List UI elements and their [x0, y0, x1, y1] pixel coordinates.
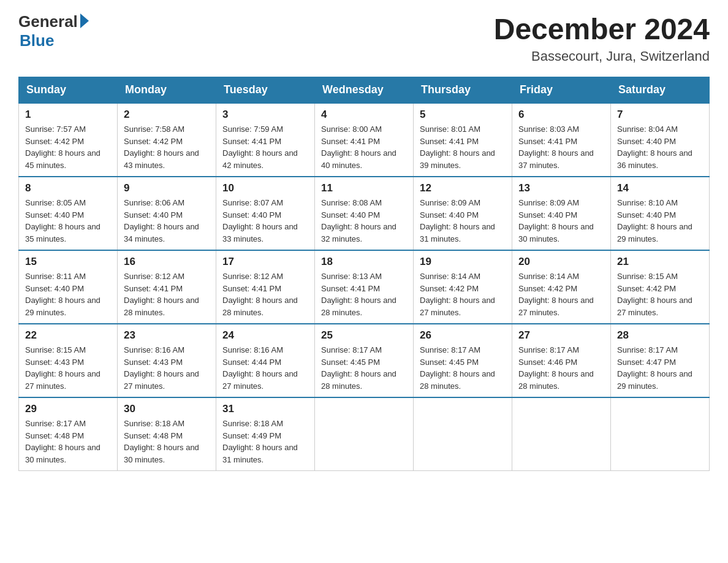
day-number: 29 — [25, 403, 111, 415]
table-cell: 19 Sunrise: 8:14 AMSunset: 4:42 PMDaylig… — [414, 250, 512, 324]
day-info: Sunrise: 7:57 AMSunset: 4:42 PMDaylight:… — [25, 123, 111, 171]
day-info: Sunrise: 8:12 AMSunset: 4:41 PMDaylight:… — [124, 270, 210, 318]
table-cell: 25 Sunrise: 8:17 AMSunset: 4:45 PMDaylig… — [315, 324, 414, 397]
week-row-2: 8 Sunrise: 8:05 AMSunset: 4:40 PMDayligh… — [19, 177, 710, 250]
table-cell: 10 Sunrise: 8:07 AMSunset: 4:40 PMDaylig… — [216, 177, 315, 250]
day-number: 3 — [222, 109, 308, 121]
day-info: Sunrise: 8:09 AMSunset: 4:40 PMDaylight:… — [518, 197, 604, 245]
table-cell: 11 Sunrise: 8:08 AMSunset: 4:40 PMDaylig… — [315, 177, 414, 250]
logo-arrow-icon — [80, 13, 89, 28]
day-info: Sunrise: 7:59 AMSunset: 4:41 PMDaylight:… — [222, 123, 308, 171]
day-info: Sunrise: 8:16 AMSunset: 4:44 PMDaylight:… — [222, 344, 308, 392]
day-number: 1 — [25, 109, 111, 121]
day-number: 24 — [222, 329, 308, 342]
table-cell: 3 Sunrise: 7:59 AMSunset: 4:41 PMDayligh… — [216, 103, 315, 177]
week-row-1: 1 Sunrise: 7:57 AMSunset: 4:42 PMDayligh… — [19, 103, 710, 177]
day-number: 25 — [321, 329, 407, 342]
header-sunday: Sunday — [19, 77, 118, 104]
header-friday: Friday — [512, 77, 611, 104]
header-tuesday: Tuesday — [216, 77, 315, 104]
table-cell — [315, 397, 414, 471]
month-title: December 2024 — [494, 12, 710, 46]
day-info: Sunrise: 8:00 AMSunset: 4:41 PMDaylight:… — [321, 123, 407, 171]
day-info: Sunrise: 8:06 AMSunset: 4:40 PMDaylight:… — [124, 197, 210, 245]
day-info: Sunrise: 8:18 AMSunset: 4:48 PMDaylight:… — [124, 418, 210, 465]
table-cell: 13 Sunrise: 8:09 AMSunset: 4:40 PMDaylig… — [512, 177, 611, 250]
day-number: 12 — [420, 182, 506, 194]
title-section: December 2024 Bassecourt, Jura, Switzerl… — [494, 12, 710, 64]
logo-general-text: General — [18, 12, 78, 31]
day-number: 21 — [617, 256, 703, 268]
table-cell: 26 Sunrise: 8:17 AMSunset: 4:45 PMDaylig… — [414, 324, 512, 397]
day-info: Sunrise: 8:09 AMSunset: 4:40 PMDaylight:… — [420, 197, 506, 245]
day-number: 13 — [518, 182, 604, 194]
table-cell: 23 Sunrise: 8:16 AMSunset: 4:43 PMDaylig… — [118, 324, 216, 397]
table-cell: 9 Sunrise: 8:06 AMSunset: 4:40 PMDayligh… — [118, 177, 216, 250]
day-info: Sunrise: 8:16 AMSunset: 4:43 PMDaylight:… — [124, 344, 210, 392]
day-number: 8 — [25, 182, 111, 194]
table-cell: 15 Sunrise: 8:11 AMSunset: 4:40 PMDaylig… — [19, 250, 118, 324]
day-info: Sunrise: 8:15 AMSunset: 4:42 PMDaylight:… — [617, 270, 703, 318]
day-number: 27 — [518, 329, 604, 342]
day-number: 31 — [222, 403, 308, 415]
day-number: 14 — [617, 182, 703, 194]
table-cell: 1 Sunrise: 7:57 AMSunset: 4:42 PMDayligh… — [19, 103, 118, 177]
day-info: Sunrise: 8:17 AMSunset: 4:45 PMDaylight:… — [420, 344, 506, 392]
table-cell: 18 Sunrise: 8:13 AMSunset: 4:41 PMDaylig… — [315, 250, 414, 324]
day-number: 17 — [222, 256, 308, 268]
table-cell: 5 Sunrise: 8:01 AMSunset: 4:41 PMDayligh… — [414, 103, 512, 177]
table-cell: 7 Sunrise: 8:04 AMSunset: 4:40 PMDayligh… — [611, 103, 710, 177]
day-info: Sunrise: 8:12 AMSunset: 4:41 PMDaylight:… — [222, 270, 308, 318]
day-info: Sunrise: 8:10 AMSunset: 4:40 PMDaylight:… — [617, 197, 703, 245]
day-info: Sunrise: 8:11 AMSunset: 4:40 PMDaylight:… — [25, 270, 111, 318]
week-row-3: 15 Sunrise: 8:11 AMSunset: 4:40 PMDaylig… — [19, 250, 710, 324]
table-cell: 22 Sunrise: 8:15 AMSunset: 4:43 PMDaylig… — [19, 324, 118, 397]
day-number: 5 — [420, 109, 506, 121]
day-info: Sunrise: 8:14 AMSunset: 4:42 PMDaylight:… — [518, 270, 604, 318]
table-cell: 6 Sunrise: 8:03 AMSunset: 4:41 PMDayligh… — [512, 103, 611, 177]
day-info: Sunrise: 8:03 AMSunset: 4:41 PMDaylight:… — [518, 123, 604, 171]
table-cell: 24 Sunrise: 8:16 AMSunset: 4:44 PMDaylig… — [216, 324, 315, 397]
day-info: Sunrise: 8:15 AMSunset: 4:43 PMDaylight:… — [25, 344, 111, 392]
header-saturday: Saturday — [611, 77, 710, 104]
calendar-header-row: Sunday Monday Tuesday Wednesday Thursday… — [19, 77, 710, 104]
table-cell: 2 Sunrise: 7:58 AMSunset: 4:42 PMDayligh… — [118, 103, 216, 177]
calendar-table: Sunday Monday Tuesday Wednesday Thursday… — [18, 77, 710, 471]
table-cell: 21 Sunrise: 8:15 AMSunset: 4:42 PMDaylig… — [611, 250, 710, 324]
table-cell: 28 Sunrise: 8:17 AMSunset: 4:47 PMDaylig… — [611, 324, 710, 397]
week-row-4: 22 Sunrise: 8:15 AMSunset: 4:43 PMDaylig… — [19, 324, 710, 397]
day-number: 10 — [222, 182, 308, 194]
location-title: Bassecourt, Jura, Switzerland — [494, 48, 710, 64]
week-row-5: 29 Sunrise: 8:17 AMSunset: 4:48 PMDaylig… — [19, 397, 710, 471]
day-info: Sunrise: 8:14 AMSunset: 4:42 PMDaylight:… — [420, 270, 506, 318]
day-info: Sunrise: 8:17 AMSunset: 4:47 PMDaylight:… — [617, 344, 703, 392]
day-number: 6 — [518, 109, 604, 121]
day-info: Sunrise: 8:17 AMSunset: 4:45 PMDaylight:… — [321, 344, 407, 392]
day-number: 16 — [124, 256, 210, 268]
day-number: 26 — [420, 329, 506, 342]
day-number: 15 — [25, 256, 111, 268]
day-info: Sunrise: 8:01 AMSunset: 4:41 PMDaylight:… — [420, 123, 506, 171]
table-cell — [414, 397, 512, 471]
day-number: 4 — [321, 109, 407, 121]
table-cell — [611, 397, 710, 471]
day-number: 9 — [124, 182, 210, 194]
table-cell: 8 Sunrise: 8:05 AMSunset: 4:40 PMDayligh… — [19, 177, 118, 250]
day-number: 30 — [124, 403, 210, 415]
day-number: 7 — [617, 109, 703, 121]
table-cell: 16 Sunrise: 8:12 AMSunset: 4:41 PMDaylig… — [118, 250, 216, 324]
page-header: General Blue December 2024 Bassecourt, J… — [18, 12, 710, 64]
day-number: 28 — [617, 329, 703, 342]
day-number: 23 — [124, 329, 210, 342]
table-cell: 20 Sunrise: 8:14 AMSunset: 4:42 PMDaylig… — [512, 250, 611, 324]
table-cell: 31 Sunrise: 8:18 AMSunset: 4:49 PMDaylig… — [216, 397, 315, 471]
day-number: 11 — [321, 182, 407, 194]
day-number: 20 — [518, 256, 604, 268]
table-cell: 12 Sunrise: 8:09 AMSunset: 4:40 PMDaylig… — [414, 177, 512, 250]
header-wednesday: Wednesday — [315, 77, 414, 104]
table-cell — [512, 397, 611, 471]
day-info: Sunrise: 8:18 AMSunset: 4:49 PMDaylight:… — [222, 418, 308, 465]
table-cell: 4 Sunrise: 8:00 AMSunset: 4:41 PMDayligh… — [315, 103, 414, 177]
header-monday: Monday — [118, 77, 216, 104]
day-info: Sunrise: 8:13 AMSunset: 4:41 PMDaylight:… — [321, 270, 407, 318]
